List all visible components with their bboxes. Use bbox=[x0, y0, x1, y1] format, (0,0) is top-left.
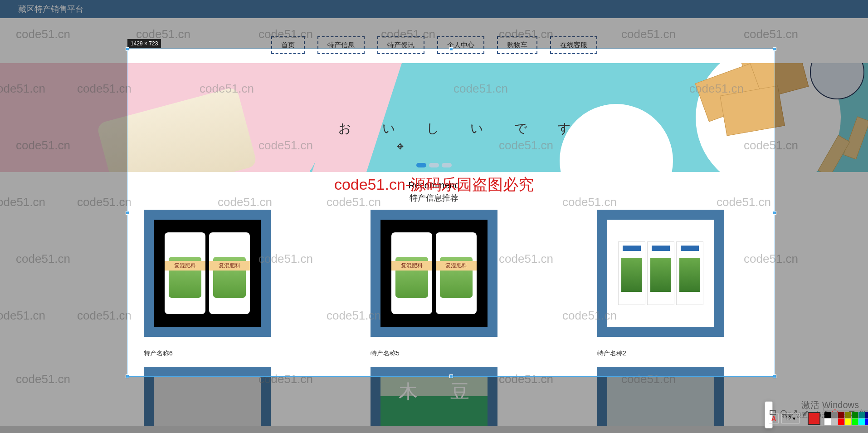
color-palette bbox=[823, 410, 868, 426]
color-swatch[interactable] bbox=[838, 412, 844, 418]
cursor-crosshair-icon: ✥ bbox=[397, 142, 404, 152]
current-color-swatch[interactable] bbox=[808, 412, 820, 425]
color-swatch[interactable] bbox=[824, 412, 831, 418]
carousel-dot-1[interactable] bbox=[416, 163, 426, 167]
product-image bbox=[607, 220, 714, 327]
screenshot-toolbar: A 1 ✕ 完成 A 12 ▾ bbox=[765, 401, 773, 428]
color-swatch[interactable] bbox=[858, 412, 865, 418]
color-swatch[interactable] bbox=[865, 412, 868, 418]
product-name: 特产名称2 bbox=[597, 349, 724, 358]
product-image: 复混肥料 复混肥料 bbox=[154, 220, 261, 327]
nav-user-center[interactable]: 个人中心 bbox=[437, 36, 484, 54]
color-swatch[interactable] bbox=[831, 412, 838, 418]
product-name: 特产名称5 bbox=[371, 349, 497, 358]
color-swatch[interactable] bbox=[824, 418, 831, 425]
color-swatch[interactable] bbox=[852, 412, 858, 418]
product-card[interactable]: 复混肥料 复混肥料 特产名称6 bbox=[144, 210, 271, 358]
product-name: 特产名称6 bbox=[144, 349, 271, 358]
product-card[interactable] bbox=[597, 367, 724, 426]
product-image-frame: 复混肥料 复混肥料 bbox=[144, 210, 271, 337]
product-card[interactable]: 复混肥料 复混肥料 特产名称5 bbox=[371, 210, 497, 358]
product-card[interactable]: 特产名称2 bbox=[597, 210, 724, 358]
page: 首页 特产信息 特产资讯 个人中心 购物车 在线客服 お い し い で す R… bbox=[0, 18, 868, 426]
product-card[interactable]: 木 豆 bbox=[371, 367, 497, 426]
product-grid-row2: 木 豆 bbox=[0, 367, 868, 426]
app-header: 藏区特产销售平台 bbox=[0, 0, 868, 18]
color-swatch[interactable] bbox=[838, 418, 844, 425]
font-size-select[interactable]: 12 ▾ bbox=[781, 413, 800, 423]
hero-subtitle: お い し い で す bbox=[338, 120, 585, 137]
nav-home[interactable]: 首页 bbox=[271, 36, 305, 54]
carousel-dot-3[interactable] bbox=[442, 163, 452, 167]
site-title: 藏区特产销售平台 bbox=[18, 4, 83, 15]
nav-cart[interactable]: 购物车 bbox=[497, 36, 537, 54]
product-image: 复混肥料 复混肥料 bbox=[380, 220, 488, 327]
nav-product-news[interactable]: 特产资讯 bbox=[377, 36, 424, 54]
main-nav: 首页 特产信息 特产资讯 个人中心 购物车 在线客服 bbox=[0, 18, 868, 63]
nav-support[interactable]: 在线客服 bbox=[550, 36, 597, 54]
product-grid: 复混肥料 复混肥料 特产名称6 复混肥料 复混肥料 特产名称5 bbox=[0, 210, 868, 367]
color-swatch[interactable] bbox=[845, 418, 851, 425]
product-image-frame bbox=[597, 210, 724, 337]
color-swatch[interactable] bbox=[865, 418, 868, 425]
color-swatch[interactable] bbox=[845, 412, 851, 418]
nav-product-info[interactable]: 特产信息 bbox=[317, 36, 365, 54]
color-swatch[interactable] bbox=[831, 418, 838, 425]
color-swatch[interactable] bbox=[852, 418, 858, 425]
carousel-dot-2[interactable] bbox=[429, 163, 439, 167]
product-card[interactable] bbox=[144, 367, 271, 426]
copyright-overlay-text: code51.cn-源码乐园盗图必究 bbox=[334, 174, 534, 195]
hero-banner: お い し い で す bbox=[0, 63, 868, 172]
font-style-indicator[interactable]: A bbox=[769, 413, 779, 423]
product-image-frame: 复混肥料 复混肥料 bbox=[371, 210, 497, 337]
color-swatch[interactable] bbox=[858, 418, 865, 425]
carousel-dots bbox=[416, 163, 452, 167]
